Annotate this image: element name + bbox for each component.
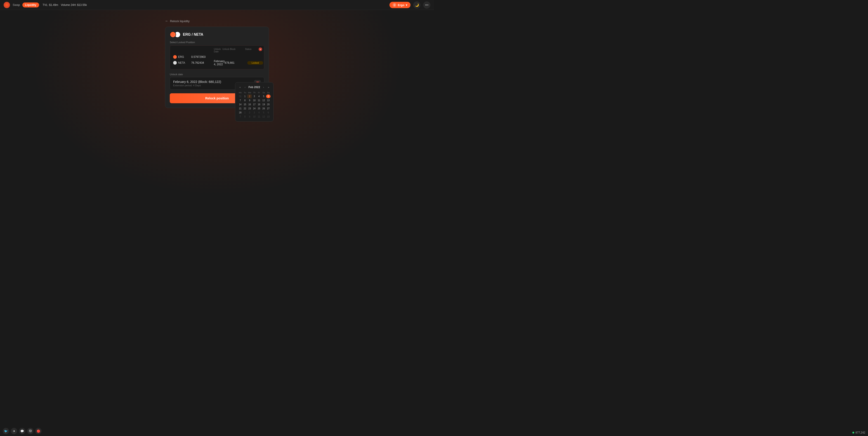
volume-stat: Volume 24H: $13.55k (61, 3, 87, 6)
neta-amount: 76.762434 (191, 61, 214, 64)
calendar-day[interactable]: 19 (261, 103, 266, 106)
calendar-day[interactable]: 11 (257, 99, 261, 102)
token-col-header (173, 48, 191, 53)
calendar-day[interactable]: 8 (243, 99, 247, 102)
neta-position-row[interactable]: NETA 76.762434 February 4, 2022 678,661 … (173, 60, 261, 66)
calendar-day[interactable]: 3 (252, 94, 256, 98)
calendar-day[interactable]: 20 (266, 103, 271, 106)
calendar-day[interactable]: 7 (238, 115, 243, 119)
ergo-label: Ergo (398, 3, 404, 7)
unlock-date-col-header: Unlock Date (214, 48, 222, 53)
more-options-button[interactable]: ••• (423, 1, 430, 8)
calendar-day[interactable]: 17 (252, 103, 256, 106)
position-close-button[interactable]: ✕ (258, 47, 262, 51)
prev-year-button[interactable]: « (238, 85, 242, 89)
calendar-day[interactable]: 22 (243, 107, 247, 110)
calendar-day[interactable]: 28 (238, 111, 243, 114)
swap-nav[interactable]: Swap (13, 3, 20, 6)
calendar-day[interactable]: 7 (238, 99, 243, 102)
next-month-button[interactable]: › (261, 85, 266, 89)
calendar-day[interactable]: 6 (266, 111, 271, 114)
pair-icons (170, 31, 181, 38)
calendar-day[interactable]: 2 (247, 111, 252, 114)
position-box: ✕ Unlock Date Unlock Block Status ERG 0.… (170, 45, 264, 69)
calendar-day[interactable]: 14 (238, 103, 243, 106)
calendar-day[interactable]: 5 (261, 94, 266, 98)
calendar-day[interactable]: 24 (252, 107, 256, 110)
calendar-popup: « ‹ Feb 2022 › » MoTuWeThFrSaSu311234567… (235, 82, 274, 122)
erg-token-name: ERG (178, 55, 184, 59)
calendar-month-year: Feb 2022 (248, 86, 260, 89)
calendar-day[interactable]: 2 (247, 94, 252, 98)
calendar-day[interactable]: 21 (238, 107, 243, 110)
unlock-date-value: February 6, 2022 (Block: 680,122) (173, 80, 221, 83)
pair-name: ERG / NETA (183, 33, 203, 37)
neta-unlock-date: February 4, 2022 (214, 60, 225, 66)
stats-bar: TVL: $1.49m Volume 24H: $13.55k (43, 3, 87, 6)
calendar-day-header: We (247, 91, 252, 94)
calendar-day[interactable]: 6 (266, 94, 271, 98)
ergo-info-icon: i (393, 3, 396, 7)
main-content: ← Relock liquidity ERG / NETA Select Loc… (0, 10, 434, 108)
calendar-day[interactable]: 8 (243, 115, 247, 119)
pair-header: ERG / NETA (170, 31, 264, 38)
erg-token-icon (173, 55, 177, 59)
calendar-next-nav: › » (261, 85, 271, 89)
select-position-label: Select Locked Position (170, 41, 264, 44)
calendar-day[interactable]: 4 (257, 111, 261, 114)
erg-position-row[interactable]: ERG 0.57972903 (173, 55, 261, 59)
neta-token-name: NETA (178, 61, 185, 64)
calendar-day[interactable]: 10 (252, 115, 256, 119)
erg-amount: 0.57972903 (191, 55, 214, 59)
calendar-prev-nav: « ‹ (238, 85, 247, 89)
erg-token-cell: ERG (173, 55, 191, 59)
ergo-button[interactable]: i Ergo ▾ (390, 2, 410, 8)
calendar-day-header: Fr (257, 91, 261, 94)
calendar-day[interactable]: 10 (252, 99, 256, 102)
tvl-stat: TVL: $1.49m (43, 3, 58, 6)
calendar-day[interactable]: 11 (257, 115, 261, 119)
back-arrow-icon: ← (165, 19, 168, 23)
calendar-day[interactable]: 5 (261, 111, 266, 114)
calendar-day-header: Th (252, 91, 256, 94)
calendar-day[interactable]: 12 (261, 99, 266, 102)
calendar-day[interactable]: 1 (243, 94, 247, 98)
calendar-day[interactable]: 9 (247, 99, 252, 102)
calendar-day[interactable]: 1 (243, 111, 247, 114)
calendar-day[interactable]: 23 (247, 107, 252, 110)
position-columns: Unlock Date Unlock Block Status (173, 48, 261, 54)
calendar-day[interactable]: 3 (252, 111, 256, 114)
calendar-day[interactable]: 15 (243, 103, 247, 106)
liquidity-nav[interactable]: Liquidity (22, 2, 39, 7)
neta-unlock-block: 678,661 (225, 61, 247, 64)
prev-month-button[interactable]: ‹ (243, 85, 247, 89)
extension-period: Extension period: 4 Days (173, 84, 221, 87)
unlock-block-col-header: Unlock Block (222, 48, 245, 53)
calendar-day-header: Tu (243, 91, 247, 94)
neta-token-cell: NETA (173, 61, 191, 65)
theme-toggle-button[interactable]: 🌙 (413, 1, 421, 8)
next-year-button[interactable]: » (267, 85, 271, 89)
unlock-date-label: Unlock date (170, 73, 264, 76)
neta-status-badge: Locked (247, 61, 263, 65)
topnav-right: i Ergo ▾ 🌙 ••• (390, 1, 430, 8)
calendar-day-header: Su (266, 91, 271, 94)
calendar-day[interactable]: 16 (247, 103, 252, 106)
calendar-day[interactable]: 9 (247, 115, 252, 119)
calendar-day[interactable]: 4 (257, 94, 261, 98)
calendar-day[interactable]: 12 (261, 115, 266, 119)
logo-icon (4, 2, 10, 8)
calendar-day[interactable]: 25 (257, 107, 261, 110)
unlock-date-display: February 6, 2022 (Block: 680,122) Extens… (173, 80, 221, 87)
back-link[interactable]: ← Relock liquidity (165, 19, 269, 23)
calendar-day[interactable]: 27 (266, 107, 271, 110)
neta-token-icon (173, 61, 177, 65)
calendar-day[interactable]: 31 (238, 94, 243, 98)
erg-icon (170, 31, 176, 38)
calendar-day[interactable]: 13 (266, 99, 271, 102)
calendar-day[interactable]: 26 (261, 107, 266, 110)
calendar-day[interactable]: 18 (257, 103, 261, 106)
calendar-grid: MoTuWeThFrSaSu31123456789101112131415161… (238, 91, 271, 119)
calendar-day[interactable]: 13 (266, 115, 271, 119)
amount-col-header (191, 48, 214, 53)
